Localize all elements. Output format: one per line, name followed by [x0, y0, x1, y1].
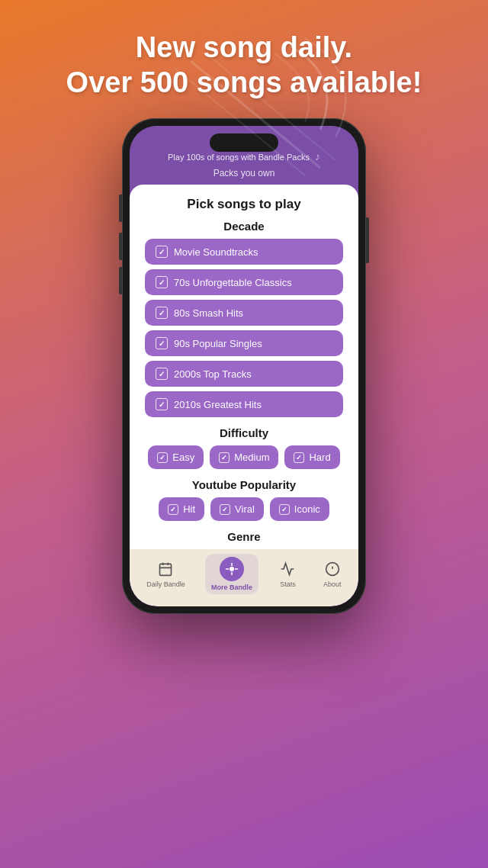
nav-daily-bandle[interactable]: Daily Bandle: [140, 557, 191, 591]
option-label: Hard: [309, 452, 330, 463]
nav-more-label: More Bandle: [211, 583, 252, 591]
option-80s[interactable]: 80s Smash Hits: [145, 300, 343, 326]
option-label: 70s Unforgettable Classics: [174, 277, 292, 288]
nav-daily-label: Daily Bandle: [146, 580, 185, 588]
difficulty-section-title: Difficulty: [145, 426, 343, 439]
option-hit[interactable]: Hit: [159, 497, 204, 521]
check-icon-70s: [156, 276, 168, 288]
nav-about[interactable]: About: [317, 557, 348, 591]
genre-section-title: Genre: [145, 530, 343, 543]
calendar-icon: [156, 560, 175, 578]
option-label: 80s Smash Hits: [174, 307, 243, 319]
svg-rect-3: [160, 564, 172, 575]
option-label: Iconic: [294, 503, 320, 515]
dynamic-island: [210, 133, 278, 152]
option-hard[interactable]: Hard: [284, 445, 339, 469]
option-70s[interactable]: 70s Unforgettable Classics: [145, 269, 343, 295]
music-note-icon: ♪: [315, 150, 320, 162]
bottom-navigation: Daily Bandle More Bandle: [130, 549, 358, 606]
check-icon-90s: [156, 337, 168, 349]
check-icon-2000s: [156, 368, 168, 380]
option-label: 90s Popular Singles: [174, 338, 262, 349]
option-2000s[interactable]: 2000s Top Tracks: [145, 361, 343, 387]
option-label: Hit: [183, 503, 195, 515]
nav-stats[interactable]: Stats: [272, 557, 303, 591]
header-title: New song daily. Over 500 songs available…: [0, 31, 488, 100]
option-viral[interactable]: Viral: [210, 497, 264, 521]
nav-more-bandle[interactable]: More Bandle: [205, 554, 258, 594]
option-medium[interactable]: Medium: [210, 445, 278, 469]
stats-icon: [278, 560, 297, 578]
difficulty-options-row: Easy Medium Hard: [145, 445, 343, 469]
check-icon-80s: [156, 307, 168, 319]
option-label: 2000s Top Tracks: [174, 368, 252, 380]
option-easy[interactable]: Easy: [148, 445, 204, 469]
more-bandle-icon: [220, 557, 244, 581]
svg-point-7: [230, 567, 234, 571]
check-icon-easy: [157, 452, 168, 463]
decade-options-list: Movie Soundtracks 70s Unforgettable Clas…: [145, 239, 343, 417]
option-90s[interactable]: 90s Popular Singles: [145, 330, 343, 356]
decade-section-title: Decade: [145, 220, 343, 233]
packs-you-own-label: Packs you own: [130, 166, 358, 185]
option-label: 2010s Greatest Hits: [174, 399, 262, 410]
header-section: New song daily. Over 500 songs available…: [0, 31, 488, 100]
option-label: Easy: [172, 452, 194, 463]
option-iconic[interactable]: Iconic: [270, 497, 329, 521]
option-movie-soundtracks[interactable]: Movie Soundtracks: [145, 239, 343, 265]
nav-about-label: About: [323, 580, 342, 588]
option-label: Movie Soundtracks: [174, 246, 258, 258]
bandle-packs-banner: Play 100s of songs with Bandle Packs ♪: [168, 150, 320, 162]
pick-songs-title: Pick songs to play: [187, 197, 300, 212]
option-2010s[interactable]: 2010s Greatest Hits: [145, 391, 343, 417]
main-content-card: Pick songs to play Decade Movie Soundtra…: [130, 185, 358, 549]
about-icon: [323, 560, 342, 578]
option-label: Medium: [234, 452, 269, 463]
check-icon-hit: [168, 504, 178, 515]
check-icon-2010s: [156, 398, 168, 410]
youtube-section-title: Youtube Popularity: [145, 478, 343, 491]
check-icon-medium: [219, 452, 230, 463]
check-icon-iconic: [279, 504, 290, 515]
nav-stats-label: Stats: [280, 580, 296, 588]
check-icon-movie: [156, 246, 168, 258]
check-icon-viral: [220, 504, 230, 515]
phone-screen: Play 100s of songs with Bandle Packs ♪ P…: [130, 126, 358, 606]
youtube-options-row: Hit Viral Iconic: [145, 497, 343, 521]
option-label: Viral: [235, 503, 255, 515]
phone-mockup: Play 100s of songs with Bandle Packs ♪ P…: [122, 118, 366, 614]
phone-frame: Play 100s of songs with Bandle Packs ♪ P…: [122, 118, 366, 614]
check-icon-hard: [294, 452, 304, 463]
